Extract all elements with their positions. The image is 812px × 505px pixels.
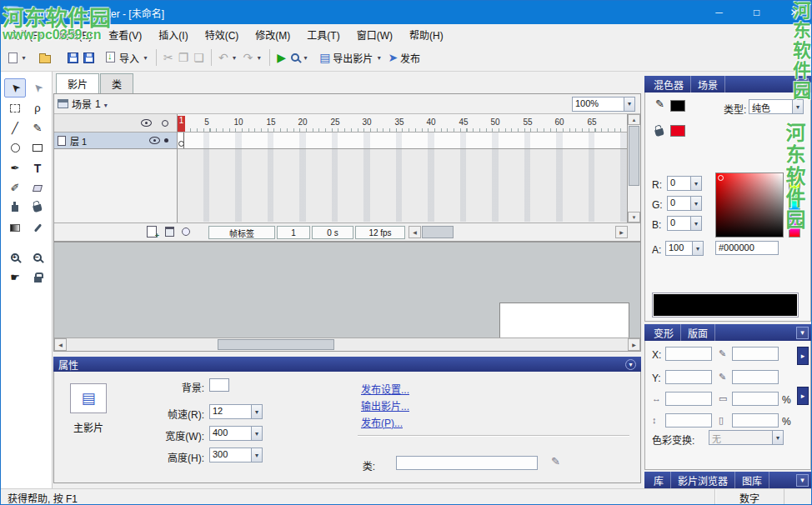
y2-input[interactable]	[732, 370, 779, 384]
scroll-up-button[interactable]	[628, 114, 640, 125]
fill-transform-tool[interactable]	[4, 218, 26, 238]
chevron-down-icon[interactable]	[251, 448, 262, 462]
layer-frames-row[interactable]	[178, 132, 627, 149]
playhead[interactable]: 1	[178, 116, 185, 132]
apply-button-1[interactable]	[797, 347, 809, 365]
play-button[interactable]: ▶	[274, 48, 288, 68]
brush-tool[interactable]: ✐	[4, 178, 26, 198]
pen-tool[interactable]: ✒	[4, 158, 26, 178]
chevron-down-icon[interactable]	[251, 405, 262, 418]
layer-outline-toggle[interactable]	[164, 138, 168, 142]
add-layer-button[interactable]	[147, 226, 157, 238]
export-movie-link[interactable]: 输出影片...	[361, 398, 409, 412]
scroll-down-button[interactable]	[628, 212, 640, 222]
b-input[interactable]: 0	[667, 216, 702, 231]
chevron-down-icon[interactable]	[692, 242, 703, 255]
r-input[interactable]: 0	[667, 176, 702, 191]
layer-visibility-toggle[interactable]	[149, 137, 160, 144]
hue-slider[interactable]	[789, 172, 800, 238]
collapse-button[interactable]	[625, 359, 636, 370]
chevron-down-icon[interactable]	[690, 217, 701, 230]
save-button[interactable]	[65, 48, 81, 68]
scale-width2-input[interactable]	[732, 392, 779, 406]
chevron-down-icon[interactable]	[792, 100, 803, 113]
chevron-down-icon[interactable]	[624, 98, 634, 111]
panel-menu-button[interactable]	[796, 327, 809, 339]
zoom-out-tool[interactable]	[27, 248, 48, 267]
oval-tool[interactable]	[4, 138, 26, 158]
preview-zoom-button[interactable]	[288, 48, 312, 68]
redo-button[interactable]: ↷	[241, 48, 266, 68]
canvas-hscrollbar[interactable]	[54, 338, 640, 351]
rectangle-tool[interactable]	[27, 138, 48, 158]
paint-bucket-tool[interactable]	[27, 198, 48, 218]
frames-area[interactable]: 1 5 10 15 20 25 30 35 40 45 50 55	[178, 114, 627, 222]
open-button[interactable]	[37, 48, 53, 68]
chevron-down-icon[interactable]	[690, 177, 701, 190]
publish-button[interactable]: ➤ 发布	[385, 48, 423, 68]
panel-menu-button[interactable]	[796, 78, 809, 91]
canvas-scroll-thumb[interactable]	[218, 339, 334, 350]
height-input[interactable]: 300	[209, 448, 263, 462]
width-input[interactable]: 400	[209, 426, 263, 441]
new-button[interactable]	[6, 48, 30, 68]
maximize-button[interactable]: □	[738, 1, 775, 24]
canvas-scroll-right[interactable]	[628, 338, 640, 351]
scale-height2-input[interactable]	[732, 413, 779, 428]
frame-label-box[interactable]: 帧标签	[208, 226, 275, 239]
publish-link[interactable]: 发布(P)...	[361, 415, 403, 429]
menu-insert[interactable]: 插入(I)	[150, 25, 196, 44]
hand-tool[interactable]: ☛	[4, 268, 26, 287]
zoom-select[interactable]: 100%	[572, 97, 635, 112]
undo-button[interactable]: ↶	[216, 48, 241, 68]
vscroll-thumb[interactable]	[629, 126, 639, 186]
line-tool[interactable]: ╱	[4, 118, 26, 138]
class-input[interactable]	[396, 456, 538, 470]
cut-button[interactable]: ✂	[161, 48, 176, 68]
color-field[interactable]	[715, 172, 784, 238]
tab-transform[interactable]: 变形	[647, 324, 681, 342]
color-type-select[interactable]: 纯色	[749, 99, 804, 114]
scale-height-input[interactable]	[665, 413, 712, 428]
tab-layout[interactable]: 版面	[681, 324, 715, 342]
timeline-scroll-left[interactable]	[409, 226, 421, 238]
lock-tool[interactable]	[27, 268, 48, 287]
subselection-tool[interactable]: ➤	[27, 78, 48, 98]
zoom-in-tool[interactable]	[4, 248, 26, 267]
apply-button-2[interactable]	[797, 387, 809, 405]
ink-bottle-tool[interactable]	[4, 198, 26, 218]
stage-canvas[interactable]	[53, 242, 641, 352]
tab-color-mixer[interactable]: 混色器	[647, 76, 691, 93]
chevron-down-icon[interactable]	[251, 427, 262, 440]
outline-column-icon[interactable]	[162, 120, 168, 127]
menu-effects[interactable]: 特效(C)	[197, 25, 248, 44]
g-input[interactable]: 0	[667, 196, 702, 211]
menu-tools[interactable]: 工具(T)	[298, 25, 348, 44]
paste-button[interactable]: ❏	[191, 48, 207, 68]
scale-width-input[interactable]	[665, 392, 712, 406]
copy-button[interactable]: ❐	[176, 48, 192, 68]
chevron-down-icon[interactable]	[690, 197, 701, 210]
stage[interactable]	[499, 302, 629, 339]
import-button[interactable]: ↓ 导入	[103, 48, 152, 68]
keyframe[interactable]	[178, 132, 184, 148]
pencil-tool[interactable]: ✎	[27, 118, 48, 138]
scene-dropdown-icon[interactable]	[104, 98, 108, 110]
x2-input[interactable]	[732, 347, 779, 361]
tab-class[interactable]: 类	[100, 73, 133, 93]
canvas-scroll-left[interactable]	[54, 338, 67, 351]
timeline-scroll-thumb[interactable]	[422, 226, 454, 238]
minimize-button[interactable]: ─	[700, 1, 738, 24]
menu-view[interactable]: 查看(V)	[100, 25, 150, 44]
y-input[interactable]	[665, 370, 712, 384]
save-all-button[interactable]	[81, 48, 97, 68]
eyedropper-tool[interactable]	[27, 218, 48, 238]
color-transform-select[interactable]: 无	[709, 430, 784, 445]
properties-header[interactable]: 属性	[53, 357, 641, 372]
onion-skin-button[interactable]	[182, 228, 190, 236]
timeline-vscrollbar[interactable]	[627, 114, 640, 222]
lasso-tool[interactable]: ρ	[27, 98, 48, 118]
edit-pencil-icon[interactable]: ✎	[551, 455, 560, 468]
tab-movie-explorer[interactable]: 影片浏览器	[671, 472, 735, 489]
close-button[interactable]: ✕	[775, 1, 812, 24]
